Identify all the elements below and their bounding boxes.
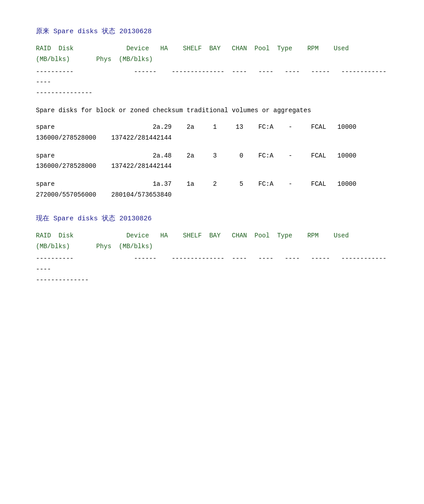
section1-row3: spare 1a.37 1a 2 5 FC:A - FCAL 10000 272… xyxy=(36,179,388,201)
section1: 原来 Spare disks 状态 20130628 RAID Disk Dev… xyxy=(36,27,388,201)
main-content: 原来 Spare disks 状态 20130628 RAID Disk Dev… xyxy=(36,27,388,286)
section2-separator: ---------- ------ -------------- ---- --… xyxy=(36,254,388,285)
section1-subtitle: Spare disks for block or zoned checksum … xyxy=(36,107,388,114)
section1-header: RAID Disk Device HA SHELF BAY CHAN Pool … xyxy=(36,44,388,65)
section1-row1: spare 2a.29 2a 1 13 FC:A - FCAL 10000 13… xyxy=(36,122,388,144)
section2-title: 现在 Spare disks 状态 20130826 xyxy=(36,214,388,223)
section1-row2: spare 2a.48 2a 3 0 FC:A - FCAL 10000 136… xyxy=(36,151,388,172)
section1-separator: ---------- ------ -------------- ---- --… xyxy=(36,67,388,99)
section1-title: 原来 Spare disks 状态 20130628 xyxy=(36,27,388,35)
section2: 现在 Spare disks 状态 20130826 RAID Disk Dev… xyxy=(36,214,388,286)
section2-header: RAID Disk Device HA SHELF BAY CHAN Pool … xyxy=(36,231,388,252)
